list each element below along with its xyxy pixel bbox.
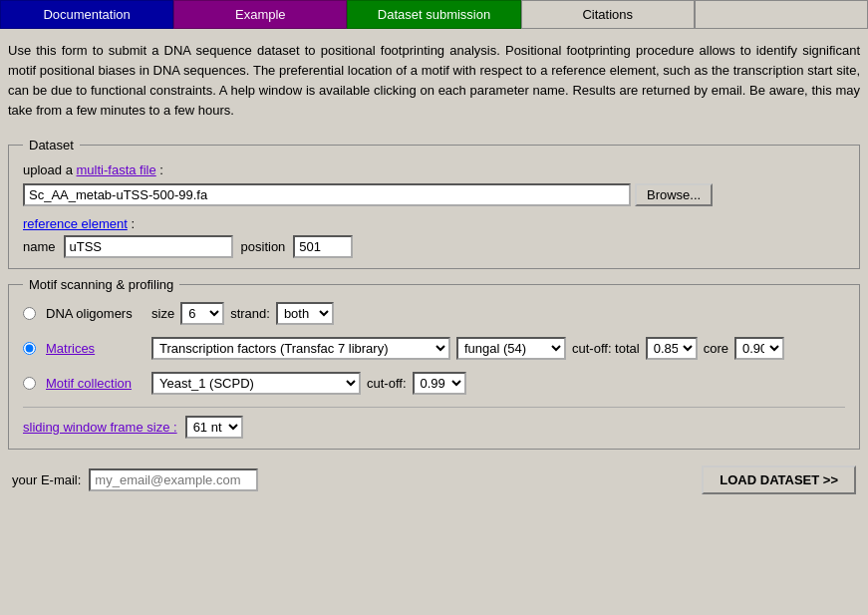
matrices-radio[interactable]	[23, 342, 36, 355]
multi-fasta-link[interactable]: multi-fasta file	[77, 162, 156, 177]
email-row: your E-mail:	[12, 468, 258, 491]
email-input[interactable]	[89, 468, 258, 491]
tab-dataset-submission[interactable]: Dataset submission	[347, 0, 520, 29]
motif-collection-row: Motif collection Yeast_1 (SCPD) Human Mo…	[23, 372, 845, 395]
dataset-legend: Dataset	[23, 138, 80, 153]
position-label: position	[241, 239, 286, 254]
motif-collection-select[interactable]: Yeast_1 (SCPD) Human Mouse	[151, 372, 361, 395]
sliding-row: sliding window frame size : 41 nt 51 nt …	[23, 416, 845, 439]
motif-fieldset: Motif scanning & profiling DNA oligomers…	[8, 277, 860, 450]
size-label: size	[151, 306, 174, 321]
separator	[23, 407, 845, 408]
cutoff-core-label: core	[704, 341, 728, 356]
name-label: name	[23, 239, 56, 254]
matrices-main-select[interactable]: Transcription factors (Transfac 7 librar…	[151, 337, 450, 360]
motif-collection-label: Motif collection	[46, 376, 145, 391]
ref-element-section: reference element :	[23, 216, 845, 231]
email-label: your E-mail:	[12, 472, 81, 487]
sliding-window-select[interactable]: 41 nt 51 nt 61 nt 71 nt 81 nt	[185, 416, 243, 439]
tab-extra	[695, 0, 868, 29]
motif-cutoff-label: cut-off:	[367, 376, 407, 391]
ref-name-input[interactable]	[64, 235, 233, 258]
ref-element-colon: :	[128, 216, 135, 231]
ref-position-input[interactable]	[293, 235, 353, 258]
browse-button[interactable]: Browse...	[635, 183, 713, 206]
load-dataset-button[interactable]: LOAD DATASET >>	[702, 465, 856, 494]
cutoff-total-label: cut-off: total	[572, 341, 640, 356]
dataset-fieldset: Dataset upload a multi-fasta file : Brow…	[8, 138, 860, 269]
dna-size-select[interactable]: 4 5 6 7 8 9 10	[180, 302, 224, 325]
matrices-row: Matrices Transcription factors (Transfac…	[23, 337, 845, 360]
dna-oligomers-radio[interactable]	[23, 307, 36, 320]
file-input[interactable]	[23, 183, 631, 206]
bottom-row: your E-mail: LOAD DATASET >>	[0, 458, 868, 502]
page-description: Use this form to submit a DNA sequence d…	[0, 29, 868, 134]
motif-legend: Motif scanning & profiling	[23, 277, 179, 292]
cutoff-total-select[interactable]: 0.75 0.80 0.85 0.90 0.95	[646, 337, 698, 360]
dna-oligomers-row: DNA oligomers size 4 5 6 7 8 9 10 strand…	[23, 302, 845, 325]
motif-cutoff-select[interactable]: 0.95 0.97 0.99 1.00	[413, 372, 466, 395]
file-input-row: Browse...	[23, 183, 845, 206]
dna-oligomers-label: DNA oligomers	[46, 306, 145, 321]
ref-element-link[interactable]: reference element	[23, 216, 128, 231]
motif-collection-radio[interactable]	[23, 377, 36, 390]
upload-prefix: upload a	[23, 162, 73, 177]
strand-label: strand:	[230, 306, 270, 321]
tab-example[interactable]: Example	[173, 0, 347, 29]
ref-element-row: name position	[23, 235, 845, 258]
matrices-label: Matrices	[46, 341, 145, 356]
upload-colon: :	[156, 162, 163, 177]
matrices-sub-select[interactable]: fungal (54) vertebrate insect plant all	[456, 337, 566, 360]
tab-citations[interactable]: Citations	[521, 0, 695, 29]
sliding-label: sliding window frame size :	[23, 420, 177, 435]
sliding-link[interactable]: sliding window frame size :	[23, 420, 177, 435]
tab-documentation[interactable]: Documentation	[0, 0, 173, 29]
tab-bar: Documentation Example Dataset submission…	[0, 0, 868, 29]
cutoff-core-select[interactable]: 0.75 0.80 0.85 0.90 0.95	[734, 337, 784, 360]
upload-label-row: upload a multi-fasta file :	[23, 162, 845, 177]
dna-strand-select[interactable]: both forward reverse	[276, 302, 334, 325]
